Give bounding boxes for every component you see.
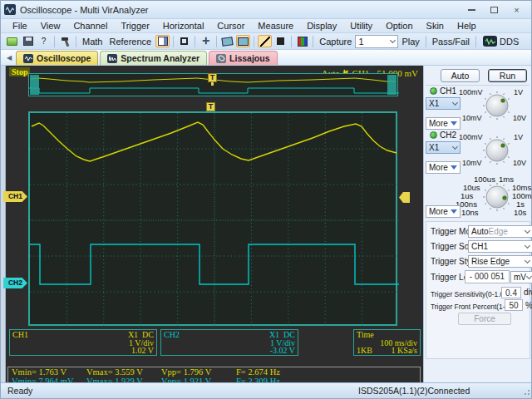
menu-trigger[interactable]: Trigger <box>114 20 155 32</box>
ch2-probe-select[interactable]: X1 <box>426 141 461 154</box>
capture-count-select[interactable]: 1 <box>355 35 398 48</box>
menu-cursor[interactable]: Cursor <box>210 20 251 32</box>
menu-horizontal[interactable]: Horizontal <box>156 20 211 32</box>
ch2-position-marker[interactable]: CH2 <box>3 278 27 288</box>
color-grid-icon[interactable] <box>295 35 309 47</box>
preview-left-handle[interactable] <box>30 75 39 95</box>
ch2-more-select[interactable]: More <box>426 161 461 174</box>
ch2-knob-label-10v: 10V <box>513 159 526 167</box>
run-button[interactable]: Run <box>488 69 527 82</box>
move-icon[interactable]: ✛ <box>199 35 213 47</box>
triangle-down-icon <box>451 121 457 126</box>
chevron-down-icon <box>525 257 530 263</box>
reference-button[interactable]: Reference <box>106 37 155 47</box>
menu-utility[interactable]: Utility <box>343 20 379 32</box>
help-icon[interactable]: ? <box>37 35 51 47</box>
window-icon[interactable] <box>177 35 191 47</box>
ch1-name: CH1 <box>12 331 28 339</box>
ch1-enable-led[interactable] <box>430 87 437 95</box>
tool-icon[interactable] <box>58 35 72 47</box>
tab-spectrum-analyzer[interactable]: Spectrum Analyzer <box>100 51 207 65</box>
trigger-style-value: Rise Edge <box>471 257 510 266</box>
ch2-name: CH2 <box>164 331 180 339</box>
sample-rate: 1 KSa/s <box>392 347 417 355</box>
minimize-button[interactable] <box>461 2 483 17</box>
ch1-vmin: Vmin= 1.763 V <box>12 367 86 377</box>
line-draw-icon[interactable] <box>258 35 272 47</box>
trigger-source-select[interactable]: CH1 <box>468 240 532 253</box>
timebase-more-label: More <box>429 207 448 216</box>
preview-right-handle[interactable] <box>387 75 397 95</box>
menu-display[interactable]: Display <box>300 20 343 32</box>
timebase-knob[interactable] <box>482 182 512 212</box>
save-icon[interactable] <box>21 35 35 47</box>
menu-file[interactable]: File <box>6 20 34 32</box>
ch1-position-marker[interactable]: CH1 <box>3 191 27 202</box>
ch2-volts-knob[interactable] <box>482 135 512 165</box>
ch1-more-select[interactable]: More <box>426 117 461 130</box>
ch2-label: CH2 <box>440 131 456 140</box>
menu-view[interactable]: View <box>34 20 67 32</box>
tab-oscilloscope[interactable]: Oscilloscope <box>16 51 98 65</box>
ch1-probe-value: X1 <box>429 99 439 108</box>
device-connection-status: ISDS205A(1.1)(2)Connected <box>358 386 470 396</box>
close-button[interactable]: × <box>505 2 528 17</box>
screen-capture-icon[interactable] <box>236 35 250 47</box>
passfail-button[interactable]: Pass/Fail <box>429 37 473 47</box>
play-button[interactable]: Play <box>398 37 422 47</box>
chevron-down-icon <box>452 143 458 149</box>
chevron-down-icon <box>525 242 530 248</box>
menu-bar: File View Channel Trigger Horizontal Cur… <box>1 19 531 33</box>
waveform-plot <box>30 113 399 328</box>
trigger-sensitivity-input[interactable]: 0.4 <box>501 287 521 298</box>
preview-trigger-position-marker[interactable]: T <box>208 73 217 82</box>
menu-measure[interactable]: Measure <box>251 20 300 32</box>
math-button[interactable]: Math <box>79 37 106 47</box>
trigger-level-unit-select[interactable]: mV <box>510 271 532 283</box>
menu-option[interactable]: Option <box>379 20 419 32</box>
resize-grip[interactable] <box>523 390 530 397</box>
ch2-knob-label-1v: 1V <box>514 133 523 141</box>
timebase-more-select[interactable]: More <box>426 205 461 218</box>
force-button[interactable]: Force <box>458 313 511 325</box>
oscilloscope-tab-icon <box>23 54 33 63</box>
open-icon[interactable] <box>5 35 19 47</box>
menu-skin[interactable]: Skin <box>420 20 451 32</box>
ch1-offset: 1.02 V <box>12 347 154 355</box>
ch1-knob-label-1v: 1V <box>514 88 523 96</box>
capture-count-value: 1 <box>358 37 363 47</box>
trigger-position-marker[interactable]: T <box>206 102 215 111</box>
trigger-mode-select[interactable]: AutoEdge <box>468 225 532 238</box>
app-window: Oscilloscope - Multi VirAnalyzer × File … <box>0 0 532 399</box>
rotate-view-icon[interactable] <box>220 35 234 47</box>
trigger-source-value: CH1 <box>471 242 488 251</box>
trigger-style-select[interactable]: Rise Edge <box>468 255 532 268</box>
trigger-front-percent-input[interactable]: 50 <box>505 299 523 311</box>
trigger-level-marker[interactable] <box>399 192 410 203</box>
ch1-volts-knob[interactable] <box>482 91 512 121</box>
trigger-front-percent-label: Trigger Front Percent(1-99) <box>431 303 515 311</box>
ch1-label: CH1 <box>440 86 456 96</box>
ch1-freq: F= 2.674 Hz <box>236 367 420 377</box>
dds-button[interactable]: DDS <box>479 34 523 48</box>
tab-scroll-left-icon[interactable]: ◀ <box>2 51 16 64</box>
trigger-sensitivity-label: Trigger Sensitivity(0-1.0) <box>431 290 506 298</box>
trigger-front-percent-unit: % <box>525 301 532 310</box>
buffer-preview-strip[interactable]: T <box>28 73 398 96</box>
stop-shape-icon[interactable] <box>273 35 288 47</box>
trigger-level-input[interactable]: - 000 051 <box>465 270 510 283</box>
splitter-handle[interactable] <box>1 66 6 382</box>
ch2-knob-label-100mv: 100mV <box>459 133 483 141</box>
ch1-probe-select[interactable]: X1 <box>426 97 461 110</box>
panel-layout-icon[interactable] <box>155 35 170 47</box>
menu-channel[interactable]: Channel <box>66 20 114 32</box>
menu-help[interactable]: Help <box>451 20 483 32</box>
ch1-vmax: Vmax= 3.559 V <box>86 367 161 377</box>
ch1-knob-label-10v: 10V <box>513 114 526 122</box>
grid-lines <box>30 113 399 328</box>
tab-lissajous[interactable]: Lissajous <box>209 51 277 65</box>
ch2-enable-led[interactable] <box>430 131 437 139</box>
stop-indicator: Stop <box>9 67 30 76</box>
maximize-button[interactable] <box>483 2 505 17</box>
auto-button[interactable]: Auto <box>441 69 480 82</box>
